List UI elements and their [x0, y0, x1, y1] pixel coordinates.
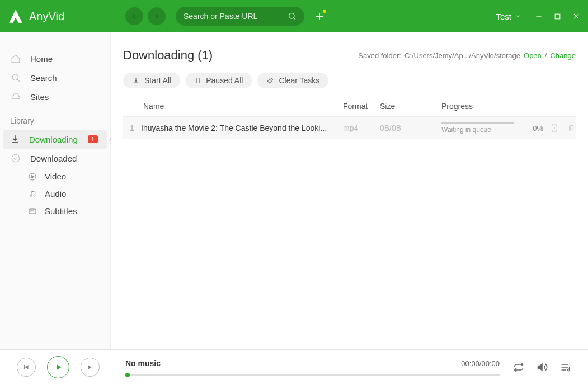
play-circle-icon — [28, 172, 37, 181]
folder-path: C:/Users/Jemy/Ap.../AnyVid/storage — [404, 51, 520, 60]
logo: AnyVid — [8, 8, 120, 24]
svg-marker-21 — [57, 364, 61, 370]
cloud-icon — [10, 92, 21, 102]
start-all-button[interactable]: Start All — [123, 73, 180, 88]
sidebar-item-sites[interactable]: Sites — [0, 87, 110, 106]
page-title: Downloading (1) — [123, 48, 213, 63]
svg-line-9 — [17, 79, 20, 82]
svg-line-1 — [294, 18, 295, 20]
row-size: 0B/0B — [380, 124, 441, 132]
svg-marker-12 — [32, 175, 34, 178]
table-header: Name Format Size Progress — [123, 96, 576, 117]
app-logo-icon — [8, 8, 23, 24]
user-label: Test — [496, 12, 511, 21]
chevron-down-icon — [515, 13, 521, 20]
col-name: Name — [141, 102, 343, 111]
sidebar-item-label: Downloading — [29, 135, 78, 144]
sidebar-item-downloading[interactable]: Downloading 1 — [3, 130, 107, 149]
sidebar-item-downloaded[interactable]: Downloaded — [0, 149, 110, 168]
download-row[interactable]: 1 Inuyasha the Movie 2: The Castle Beyon… — [123, 117, 576, 139]
change-folder-link[interactable]: Change — [550, 51, 576, 60]
row-name: Inuyasha the Movie 2: The Castle Beyond … — [141, 124, 343, 132]
svg-point-8 — [12, 74, 18, 80]
svg-rect-5 — [555, 14, 560, 19]
player-title: No music — [125, 359, 161, 368]
section-title-library: Library — [0, 106, 110, 130]
progress-bar — [441, 122, 514, 124]
pause-all-button[interactable]: Paused All — [186, 73, 252, 88]
svg-point-10 — [12, 154, 20, 162]
col-progress: Progress — [441, 102, 576, 111]
sidebar-sub-video[interactable]: Video — [0, 168, 110, 185]
sidebar-item-home[interactable]: Home — [0, 49, 110, 68]
sidebar: Home Search Sites Library Downloading 1 … — [0, 32, 111, 349]
separator: / — [545, 51, 547, 60]
app-name: AnyVid — [29, 10, 64, 23]
download-icon — [10, 134, 20, 144]
delete-icon[interactable] — [567, 124, 576, 132]
pause-icon — [195, 77, 201, 84]
button-label: Start All — [144, 76, 171, 85]
player-seek[interactable] — [125, 374, 500, 376]
next-track-button[interactable] — [81, 358, 100, 377]
sidebar-item-search[interactable]: Search — [0, 68, 110, 87]
back-button[interactable] — [125, 7, 143, 25]
row-index: 1 — [123, 124, 141, 132]
forward-button[interactable] — [148, 7, 166, 25]
player-time: 00:00/00:00 — [461, 359, 500, 368]
repeat-button[interactable] — [513, 362, 524, 373]
download-small-icon — [132, 77, 140, 84]
svg-marker-24 — [538, 364, 543, 371]
svg-text:CC: CC — [30, 210, 34, 213]
minimize-button[interactable] — [535, 12, 543, 20]
player-bar: No music 00:00/00:00 — [0, 349, 588, 384]
saved-folder-info: Saved folder: C:/Users/Jemy/Ap.../AnyVid… — [358, 51, 576, 60]
sidebar-item-label: Home — [30, 54, 100, 64]
close-button[interactable] — [572, 12, 580, 20]
hourglass-icon[interactable] — [550, 124, 559, 132]
maximize-button[interactable] — [554, 12, 561, 20]
sidebar-sub-label: Audio — [45, 189, 66, 198]
sidebar-item-label: Search — [30, 73, 100, 83]
svg-marker-19 — [25, 364, 29, 369]
play-button[interactable] — [47, 356, 69, 378]
folder-label: Saved folder: — [358, 51, 401, 60]
button-label: Clear Tasks — [279, 76, 319, 85]
search-box[interactable] — [176, 7, 304, 26]
progress-percent: 0% — [533, 124, 543, 132]
playlist-button[interactable] — [560, 362, 571, 373]
open-folder-link[interactable]: Open — [524, 51, 542, 60]
clear-tasks-button[interactable]: Clear Tasks — [257, 73, 328, 88]
main-panel: Downloading (1) Saved folder: C:/Users/J… — [111, 32, 588, 349]
svg-point-14 — [34, 195, 35, 196]
add-button[interactable] — [314, 11, 324, 21]
search-input[interactable] — [184, 12, 288, 21]
svg-rect-23 — [92, 364, 92, 369]
sidebar-sub-label: Subtitles — [45, 206, 77, 216]
broom-icon — [266, 77, 274, 84]
count-badge: 1 — [88, 135, 98, 143]
svg-point-0 — [289, 13, 294, 18]
home-icon — [10, 54, 21, 64]
prev-track-button[interactable] — [17, 358, 36, 377]
col-size: Size — [380, 102, 441, 111]
col-format: Format — [343, 102, 380, 111]
svg-rect-20 — [24, 364, 25, 369]
sidebar-sub-audio[interactable]: Audio — [0, 185, 110, 202]
button-label: Paused All — [206, 76, 243, 85]
progress-status: Waiting in queue — [441, 126, 526, 134]
row-format: mp4 — [343, 124, 380, 132]
music-icon — [28, 189, 37, 198]
sidebar-item-label: Sites — [30, 92, 100, 102]
svg-marker-22 — [88, 364, 92, 369]
search-sidebar-icon — [10, 73, 21, 83]
search-icon[interactable] — [288, 12, 297, 21]
sidebar-sub-label: Video — [45, 172, 66, 181]
seek-handle-icon[interactable] — [125, 373, 130, 377]
volume-button[interactable] — [537, 362, 548, 373]
sidebar-sub-subtitles[interactable]: CC Subtitles — [0, 202, 110, 220]
cc-icon: CC — [28, 207, 37, 216]
sidebar-item-label: Downloaded — [30, 154, 100, 163]
svg-point-13 — [30, 195, 31, 197]
user-menu[interactable]: Test — [496, 12, 521, 21]
